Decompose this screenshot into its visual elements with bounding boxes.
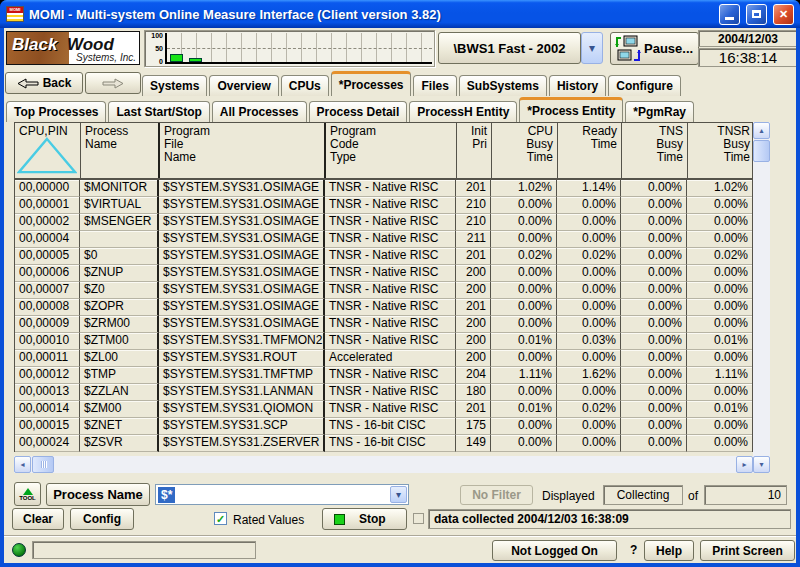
table-row[interactable]: 00,00024$ZSVR$SYSTEM.SYS31.ZSERVERTNS - … — [15, 435, 752, 452]
tab-files[interactable]: Files — [413, 75, 456, 96]
column-header-init-pri[interactable]: Init Pri — [457, 123, 492, 178]
column-header-cpu-pin[interactable]: CPU,PIN — [15, 123, 81, 178]
rated-values-checkbox[interactable]: ✓ — [214, 512, 227, 525]
scroll-up-icon[interactable]: ▴ — [753, 122, 770, 139]
subtab-top-processes[interactable]: Top Processes — [6, 101, 106, 122]
table-cell: 0.00% — [557, 435, 621, 452]
table-row[interactable]: 00,00010$ZTM00$SYSTEM.SYS31.TMFMON2TNSR … — [15, 333, 752, 350]
process-name-filter-input[interactable]: $* ▾ — [155, 484, 409, 505]
data-collected-field: data collected 2004/12/03 16:38:09 — [428, 509, 791, 529]
system-selector-value: \BWS1 Fast - 2002 — [454, 41, 566, 56]
table-cell: 00,00024 — [15, 435, 80, 452]
table-row[interactable]: 00,00007$Z0$SYSTEM.SYS31.OSIMAGETNSR - N… — [15, 282, 752, 299]
mini-chart-yaxis: 100500 — [145, 31, 165, 66]
table-row[interactable]: 00,00014$ZM00$SYSTEM.SYS31.QIOMONTNSR - … — [15, 401, 752, 418]
table-header-row: CPU,PINProcess NameProgram File NameProg… — [14, 122, 753, 180]
table-cell: 0.00% — [621, 197, 687, 214]
chart-ytick: 100 — [151, 32, 163, 39]
no-filter-button: No Filter — [460, 485, 533, 505]
table-cell: 0.00% — [557, 197, 621, 214]
tab-configure[interactable]: Configure — [608, 75, 681, 96]
pause-button[interactable]: Pause... — [610, 32, 699, 65]
print-screen-button[interactable]: Print Screen — [700, 540, 795, 561]
sort-ascending-icon — [17, 137, 77, 175]
vertical-scrollbar[interactable]: ▴ ▾ — [753, 122, 770, 473]
column-header-tnsr-busy-time[interactable]: TNSR Busy Time — [688, 123, 754, 178]
tab-cpus[interactable]: CPUs — [281, 75, 329, 96]
scroll-right-icon[interactable]: ▸ — [736, 456, 753, 473]
maximize-button[interactable] — [746, 4, 767, 25]
column-header-tns-busy-time[interactable]: TNS Busy Time — [622, 123, 688, 178]
tab-history[interactable]: History — [549, 75, 606, 96]
of-label: of — [688, 489, 698, 503]
table-cell: TNSR - Native RISC — [325, 333, 456, 350]
table-row[interactable]: 00,00011$ZL00$SYSTEM.SYS31.ROUTAccelerat… — [15, 350, 752, 367]
subtab-pgmray[interactable]: *PgmRay — [625, 101, 694, 122]
subtab-processh-entity[interactable]: ProcessH Entity — [409, 101, 517, 122]
system-selector[interactable]: \BWS1 Fast - 2002 — [438, 32, 581, 64]
table-cell: $ZL00 — [80, 350, 159, 367]
scroll-down-icon[interactable]: ▾ — [753, 456, 770, 473]
vertical-scroll-thumb[interactable] — [753, 140, 770, 162]
table-cell: 201 — [456, 248, 491, 265]
table-cell: 211 — [456, 231, 491, 248]
help-button[interactable]: Help — [644, 540, 694, 561]
table-cell: 200 — [456, 333, 491, 350]
column-header-program-file-name[interactable]: Program File Name — [160, 123, 326, 178]
horizontal-scroll-thumb[interactable] — [32, 456, 54, 473]
question-mark-label[interactable]: ? — [630, 543, 637, 557]
table-cell: 1.02% — [687, 180, 752, 197]
subtab-process-entity[interactable]: *Process Entity — [519, 97, 623, 122]
chevron-down-icon[interactable]: ▾ — [390, 486, 407, 503]
table-cell: 201 — [456, 180, 491, 197]
column-header-cpu-busy-time[interactable]: CPU Busy Time — [492, 123, 558, 178]
tool-label: TOOL — [19, 495, 36, 501]
process-name-filter-button[interactable]: Process Name — [46, 483, 150, 506]
table-cell: $SYSTEM.SYS31.OSIMAGE — [159, 214, 325, 231]
table-row[interactable]: 00,00000$MONITOR$SYSTEM.SYS31.OSIMAGETNS… — [15, 180, 752, 197]
chevron-down-icon[interactable]: ▾ — [581, 32, 603, 64]
minimize-button[interactable] — [719, 4, 740, 25]
collected-checkbox[interactable] — [413, 513, 424, 524]
table-row[interactable]: 00,00006$ZNUP$SYSTEM.SYS31.OSIMAGETNSR -… — [15, 265, 752, 282]
table-cell: 0.00% — [557, 350, 621, 367]
table-row[interactable]: 00,00001$VIRTUAL$SYSTEM.SYS31.OSIMAGETNS… — [15, 197, 752, 214]
table-row[interactable]: 00,00012$TMP$SYSTEM.SYS31.TMFTMPTNSR - N… — [15, 367, 752, 384]
subtab-process-detail[interactable]: Process Detail — [309, 101, 408, 122]
not-logged-on-button[interactable]: Not Logged On — [492, 540, 617, 561]
subtab-last-start-stop[interactable]: Last Start/Stop — [108, 101, 209, 122]
tab-overview[interactable]: Overview — [209, 75, 278, 96]
table-row[interactable]: 00,00008$ZOPR$SYSTEM.SYS31.OSIMAGETNSR -… — [15, 299, 752, 316]
table-cell: TNSR - Native RISC — [325, 299, 456, 316]
scroll-left-icon[interactable]: ◂ — [14, 456, 31, 473]
table-cell: 0.00% — [491, 282, 557, 299]
forward-button[interactable] — [85, 72, 141, 94]
current-date: 2004/12/03 — [698, 30, 796, 47]
table-row[interactable]: 00,00009$ZRM00$SYSTEM.SYS31.OSIMAGETNSR … — [15, 316, 752, 333]
stop-button[interactable]: Stop — [322, 508, 407, 530]
tab-subsystems[interactable]: SubSystems — [459, 75, 547, 96]
tab-processes[interactable]: *Processes — [331, 71, 412, 96]
column-header-process-name[interactable]: Process Name — [81, 123, 160, 178]
table-row[interactable]: 00,00005$0$SYSTEM.SYS31.OSIMAGETNSR - Na… — [15, 248, 752, 265]
tool-button[interactable]: TOOL — [14, 482, 41, 506]
table-row[interactable]: 00,00013$ZZLAN$SYSTEM.SYS31.LANMANTNSR -… — [15, 384, 752, 401]
table-row[interactable]: 00,00015$ZNET$SYSTEM.SYS31.SCPTNS - 16-b… — [15, 418, 752, 435]
column-header-program-code-type[interactable]: Program Code Type — [326, 123, 457, 178]
horizontal-scrollbar[interactable]: ◂ ▸ — [14, 456, 753, 473]
back-button[interactable]: Back — [5, 72, 83, 94]
table-cell: 0.00% — [557, 282, 621, 299]
tab-systems[interactable]: Systems — [142, 75, 207, 96]
table-cell: 0.00% — [621, 316, 687, 333]
blackwood-logo: Black Wood Systems, Inc. — [6, 31, 140, 65]
close-button[interactable]: ✕ — [773, 4, 794, 25]
clear-button[interactable]: Clear — [12, 508, 64, 530]
table-cell: $SYSTEM.SYS31.OSIMAGE — [159, 197, 325, 214]
column-header-ready-time[interactable]: Ready Time — [558, 123, 622, 178]
subtab-all-processes[interactable]: All Processes — [212, 101, 307, 122]
process-table: CPU,PINProcess NameProgram File NameProg… — [14, 122, 770, 473]
table-row[interactable]: 00,00004$SYSTEM.SYS31.OSIMAGETNSR - Nati… — [15, 231, 752, 248]
table-cell: $VIRTUAL — [80, 197, 159, 214]
config-button[interactable]: Config — [70, 508, 134, 530]
table-row[interactable]: 00,00002$MSENGER$SYSTEM.SYS31.OSIMAGETNS… — [15, 214, 752, 231]
